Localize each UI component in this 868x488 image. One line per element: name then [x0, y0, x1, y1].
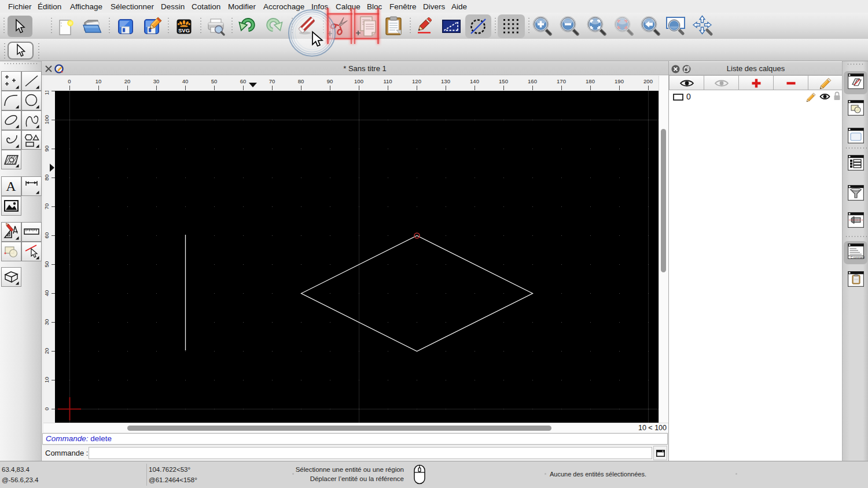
svg-text:SVG: SVG: [178, 27, 190, 34]
svg-text:200: 200: [643, 78, 653, 84]
svg-text:A: A: [6, 179, 16, 194]
svg-text:170: 170: [557, 78, 566, 84]
svg-text:140: 140: [470, 78, 479, 84]
svg-text:60: 60: [240, 78, 247, 84]
svg-text:80: 80: [298, 78, 304, 84]
svg-text:30: 30: [43, 319, 50, 326]
svg-text:120: 120: [412, 78, 421, 84]
svg-text:40: 40: [182, 78, 189, 84]
svg-text:110: 110: [43, 91, 50, 95]
svg-text:160: 160: [528, 78, 537, 84]
svg-text:C command: C command: [851, 256, 865, 259]
svg-text:50: 50: [43, 261, 50, 268]
svg-text:0: 0: [68, 78, 71, 84]
svg-text:130: 130: [441, 78, 450, 84]
svg-text:80: 80: [43, 175, 50, 181]
svg-text:60: 60: [43, 232, 50, 239]
svg-text:10: 10: [95, 78, 102, 84]
svg-text:50: 50: [211, 78, 218, 84]
svg-text:190: 190: [615, 78, 624, 84]
svg-text:90: 90: [43, 146, 50, 152]
svg-text:70: 70: [43, 204, 50, 210]
svg-text:0: 0: [43, 407, 50, 410]
svg-text:10: 10: [43, 377, 50, 383]
svg-text:40: 40: [43, 290, 50, 297]
svg-text:90: 90: [327, 78, 333, 84]
svg-text:20: 20: [124, 78, 131, 84]
svg-text:100: 100: [354, 78, 363, 84]
svg-text:180: 180: [586, 78, 595, 84]
svg-text:110: 110: [383, 78, 392, 84]
svg-text:150: 150: [499, 78, 508, 84]
svg-text:100: 100: [43, 115, 50, 124]
svg-text:70: 70: [269, 78, 275, 84]
svg-text:20: 20: [43, 348, 50, 354]
svg-text:30: 30: [153, 78, 160, 84]
